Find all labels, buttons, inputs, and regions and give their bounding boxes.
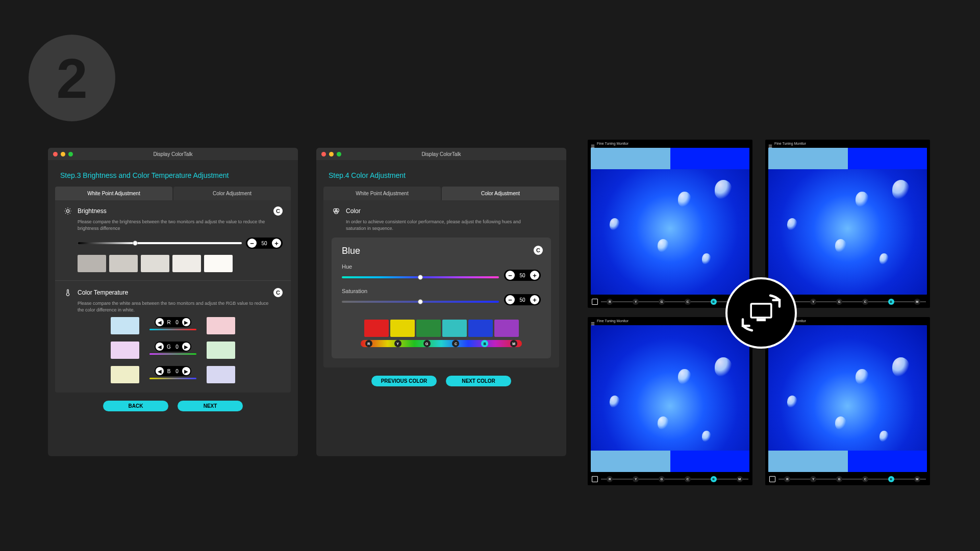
rgb-pill: ◀ G 0 ▶: [155, 342, 191, 352]
spectrum-marker-m[interactable]: M: [510, 340, 517, 347]
preview-spectrum-b[interactable]: B: [888, 476, 894, 482]
preview-spectrum-g[interactable]: G: [659, 299, 665, 305]
preview-spectrum-b[interactable]: B: [888, 299, 894, 305]
preview-spectrum-c[interactable]: C: [862, 299, 868, 305]
sat-value: 50: [518, 297, 527, 303]
tune-icon: [591, 319, 595, 323]
brightness-swatch[interactable]: [141, 255, 169, 272]
hue-swatch[interactable]: [442, 320, 467, 337]
rgb-inc-button[interactable]: ▶: [182, 318, 190, 326]
preview-spectrum-m[interactable]: M: [737, 476, 743, 482]
spectrum-marker-c[interactable]: C: [452, 340, 459, 347]
preview-spectrum-y[interactable]: Y: [810, 476, 816, 482]
preview-spectrum-r[interactable]: R: [607, 299, 613, 305]
brightness-preview-swatches: [63, 255, 283, 272]
preview-spectrum-c[interactable]: C: [685, 476, 691, 482]
brightness-minus-button[interactable]: −: [247, 239, 257, 248]
preview-spectrum-r[interactable]: R: [784, 476, 790, 482]
brightness-swatch[interactable]: [172, 255, 201, 272]
preview-header: Fine Tuning Monitor: [588, 140, 752, 147]
brightness-swatch[interactable]: [109, 255, 138, 272]
preview-image: [591, 148, 749, 295]
spectrum-marker-r[interactable]: R: [365, 340, 372, 347]
rgb-channel-label: B: [166, 369, 172, 374]
rgb-gradient-bar: [149, 378, 196, 379]
tab-color-adjustment[interactable]: Color Adjustment: [442, 187, 559, 200]
hue-value: 50: [518, 273, 527, 278]
preview-spectrum-c[interactable]: C: [685, 299, 691, 305]
hue-swatch[interactable]: [494, 320, 519, 337]
rgb-inc-button[interactable]: ▶: [182, 367, 190, 375]
saturation-slider[interactable]: [342, 301, 499, 303]
spectrum-marker-y[interactable]: Y: [394, 340, 401, 347]
preview-spectrum-y[interactable]: Y: [633, 476, 639, 482]
brightness-icon: [63, 206, 72, 216]
hue-slider[interactable]: [342, 276, 499, 278]
step-number: 2: [56, 46, 87, 111]
tab-whitepoint[interactable]: White Point Adjustment: [55, 187, 172, 200]
preview-spectrum[interactable]: RYGCBM: [778, 479, 926, 480]
spectrum-marker-b[interactable]: B: [481, 340, 488, 347]
hue-minus-button[interactable]: −: [506, 271, 515, 280]
color-temp-reset-button[interactable]: C: [273, 288, 283, 297]
hue-swatch[interactable]: [416, 320, 441, 337]
hue-swatch[interactable]: [390, 320, 415, 337]
preview-spectrum-b[interactable]: B: [711, 476, 717, 482]
preview-spectrum[interactable]: RYGCBM: [601, 301, 748, 302]
previous-color-button[interactable]: PREVIOUS COLOR: [371, 376, 437, 386]
preview-spectrum-g[interactable]: G: [659, 476, 665, 482]
rgb-dec-button[interactable]: ◀: [156, 343, 164, 351]
tab-color-adjustment[interactable]: Color Adjustment: [173, 187, 291, 200]
preview-spectrum-r[interactable]: R: [607, 476, 613, 482]
spectrum-marker-g[interactable]: G: [423, 340, 431, 347]
sat-plus-button[interactable]: +: [530, 295, 539, 304]
preview-image: [591, 325, 749, 472]
color-wheel-icon: [332, 206, 341, 216]
preview-spectrum-c[interactable]: C: [862, 476, 868, 482]
brightness-reset-button[interactable]: C: [273, 206, 283, 216]
preview-footer: RYGCBM: [765, 473, 930, 485]
preview-header: Fine Tuning Monitor: [765, 140, 930, 147]
brightness-slider[interactable]: [78, 242, 242, 244]
preview-spectrum-y[interactable]: Y: [633, 299, 639, 305]
hue-label: Hue: [342, 264, 541, 270]
rgb-inc-button[interactable]: ▶: [182, 343, 190, 351]
preview-spectrum-g[interactable]: G: [836, 299, 842, 305]
brightness-plus-button[interactable]: +: [272, 239, 281, 248]
spectrum-bar[interactable]: RYGCBM: [361, 340, 522, 347]
preview-spectrum-b[interactable]: B: [711, 299, 717, 305]
rgb-value: 0: [174, 344, 180, 350]
rgb-channel-b: ◀ B 0 ▶: [148, 366, 197, 383]
preview-image: [768, 325, 927, 472]
fullscreen-icon[interactable]: [592, 299, 598, 305]
tab-whitepoint[interactable]: White Point Adjustment: [323, 187, 441, 200]
preview-spectrum-y[interactable]: Y: [810, 299, 816, 305]
hue-preview-swatches: [342, 320, 541, 337]
hue-plus-button[interactable]: +: [530, 271, 539, 280]
brightness-swatch[interactable]: [204, 255, 233, 272]
preview-spectrum[interactable]: RYGCBM: [778, 301, 926, 302]
rgb-dec-button[interactable]: ◀: [156, 367, 164, 375]
brightness-swatch[interactable]: [78, 255, 106, 272]
preview-spectrum[interactable]: RYGCBM: [601, 479, 748, 480]
preview-spectrum-g[interactable]: G: [836, 476, 842, 482]
next-color-button[interactable]: NEXT COLOR: [446, 376, 511, 386]
fullscreen-icon[interactable]: [592, 476, 598, 482]
fullscreen-icon[interactable]: [769, 476, 775, 482]
color-reset-button[interactable]: C: [534, 246, 543, 255]
tabs: White Point Adjustment Color Adjustment: [55, 187, 291, 200]
next-button[interactable]: NEXT: [178, 401, 243, 411]
monitor-sync-icon: [725, 277, 797, 349]
back-button[interactable]: BACK: [103, 401, 168, 411]
preview-spectrum-m[interactable]: M: [914, 299, 920, 305]
preview-panel-4: Fine Tuning Monitor RYGCBM: [765, 317, 930, 485]
color-temp-desc: Please compare the white area between th…: [63, 300, 283, 313]
rgb-swatch-right: [207, 317, 235, 334]
preview-spectrum-m[interactable]: M: [914, 476, 920, 482]
hue-swatch[interactable]: [468, 320, 493, 337]
rgb-pill: ◀ B 0 ▶: [155, 366, 191, 376]
rgb-dec-button[interactable]: ◀: [156, 318, 164, 326]
rgb-swatch-left: [111, 342, 139, 359]
hue-swatch[interactable]: [364, 320, 389, 337]
sat-minus-button[interactable]: −: [506, 295, 515, 304]
